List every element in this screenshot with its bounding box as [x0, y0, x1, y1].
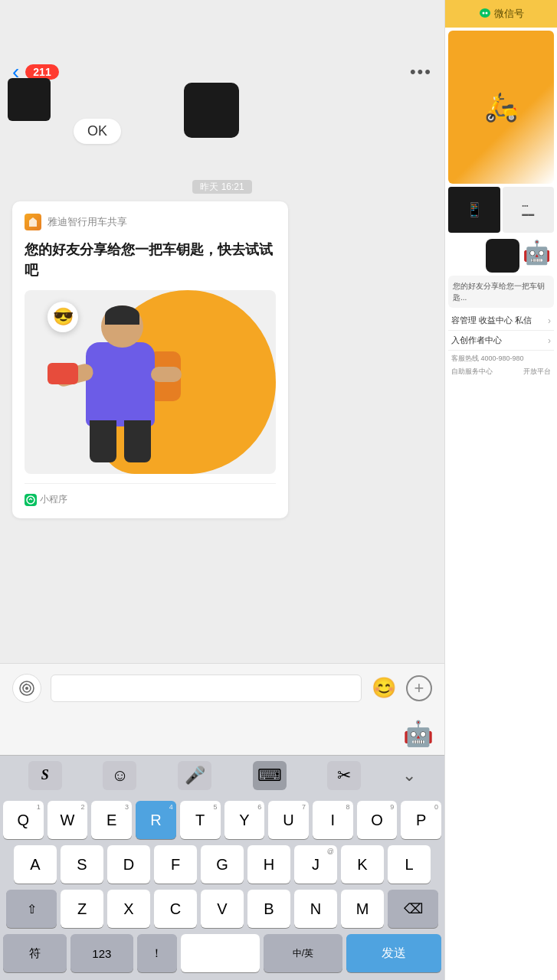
right-mini-thumb-2: ••• ▬▬	[503, 187, 555, 233]
miniprogram-name: 雅迪智行用车共享	[48, 215, 127, 229]
key-B[interactable]: B	[247, 890, 290, 928]
key-H[interactable]: H	[247, 845, 290, 884]
key-N[interactable]: N	[294, 890, 337, 928]
right-mini-text-2: ▬▬	[522, 211, 534, 217]
key-symbol[interactable]: 符	[3, 934, 67, 972]
key-X[interactable]: X	[107, 890, 150, 928]
keyboard-toolbar-button[interactable]: ⌨	[253, 761, 287, 790]
mic-toolbar-button[interactable]: 🎤	[178, 761, 211, 790]
more-options-button[interactable]: •••	[410, 62, 432, 82]
key-O[interactable]: 9O	[357, 801, 398, 839]
key-numbers[interactable]: 123	[70, 934, 134, 972]
key-language[interactable]: 中/英	[264, 934, 342, 972]
key-R[interactable]: 4R	[136, 801, 176, 839]
miniprogram-footer: 小程序	[25, 483, 276, 506]
key-C[interactable]: C	[154, 890, 197, 928]
key-punct[interactable]: ！	[137, 934, 177, 972]
right-mini-dark: 📱	[448, 187, 500, 233]
message-timestamp: 昨天 16:21	[12, 179, 432, 194]
right-panel: 微信号 🛵 📱 ••• ▬▬ 🤖 您的好友	[444, 0, 557, 980]
swipe-keyboard-button[interactable]: S	[28, 761, 62, 790]
key-space[interactable]	[181, 934, 260, 972]
miniprogram-title: 您的好友分享给您一把车钥匙，快去试试吧	[25, 240, 276, 281]
emoji-toolbar-button[interactable]: ☺	[103, 761, 136, 790]
char-arm-right	[151, 367, 182, 382]
char-leg-left	[90, 420, 116, 462]
key-M[interactable]: M	[341, 890, 384, 928]
svg-point-4	[480, 8, 490, 18]
key-Q[interactable]: 1Q	[3, 801, 44, 839]
key-send[interactable]: 发送	[346, 934, 441, 972]
emoji-bubble: 😎	[48, 302, 78, 332]
key-P[interactable]: 0P	[401, 801, 441, 839]
right-link-label-1: 容管理 收益中心 私信	[451, 315, 532, 326]
right-thumb-emoji: 🛵	[484, 91, 519, 123]
right-footer-links: 自助服务中心 开放平台	[451, 367, 551, 377]
char-leg-right	[124, 420, 151, 462]
key-Y[interactable]: 6Y	[224, 801, 265, 839]
wechat-header-icon	[479, 7, 491, 21]
voice-button[interactable]	[12, 674, 41, 703]
key-A[interactable]: A	[14, 845, 57, 884]
right-mini-thumb-1: 📱	[448, 187, 500, 233]
keyboard-row-1: 1Q 2W 3E 4R 5T 6Y 7U 8I 9O 0P	[3, 801, 441, 839]
right-sticker: 🤖	[523, 239, 551, 273]
ok-message-wrapper: OK	[74, 119, 121, 144]
key-shift[interactable]: ⇧	[6, 890, 57, 928]
key-U[interactable]: 7U	[268, 801, 309, 839]
right-self-service[interactable]: 自助服务中心	[451, 367, 493, 377]
sticker-row: 🤖	[0, 712, 444, 755]
key-T[interactable]: 5T	[180, 801, 221, 839]
right-links[interactable]: 容管理 收益中心 私信 › 入创作者中心 ›	[448, 311, 554, 351]
key-J[interactable]: @J	[294, 845, 337, 884]
key-Z[interactable]: Z	[61, 890, 103, 928]
right-link-label-2: 入创作者中心	[451, 335, 502, 346]
char-hair	[105, 305, 139, 325]
key-V[interactable]: V	[201, 890, 244, 928]
hide-keyboard-button[interactable]: ⌄	[402, 766, 416, 786]
right-mini-text-1: •••	[522, 202, 534, 209]
add-button[interactable]: +	[406, 675, 432, 701]
right-panel-header: 微信号	[445, 0, 557, 28]
miniprogram-logo	[25, 214, 41, 230]
right-link-2[interactable]: 入创作者中心 ›	[448, 331, 554, 351]
character-figure: 😎	[40, 298, 193, 474]
key-G[interactable]: G	[201, 845, 244, 884]
svg-point-3	[25, 687, 28, 690]
key-I[interactable]: 8I	[313, 801, 353, 839]
right-thumb-top: 🛵	[448, 31, 554, 184]
right-thumb-image: 🛵	[448, 31, 554, 184]
right-card: 您的好友分享给您一把车钥匙...	[448, 276, 554, 308]
avatar-left	[8, 78, 51, 121]
svg-point-0	[27, 496, 34, 504]
right-link-1[interactable]: 容管理 收益中心 私信 ›	[448, 311, 554, 331]
mini-label: 小程序	[40, 493, 67, 506]
sticker-item[interactable]: 🤖	[400, 715, 437, 752]
key-D[interactable]: D	[107, 845, 150, 884]
key-E[interactable]: 3E	[91, 801, 132, 839]
message-input[interactable]	[51, 675, 362, 702]
keyboard-row-2: A S D F G H @J K L	[3, 845, 441, 884]
right-mini-text: ••• ▬▬	[520, 201, 536, 219]
key-backspace[interactable]: ⌫	[388, 890, 438, 928]
key-S[interactable]: S	[61, 845, 103, 884]
right-open-platform[interactable]: 开放平台	[523, 367, 551, 377]
ok-message-bubble: OK	[74, 119, 121, 144]
miniprogram-header: 雅迪智行用车共享	[25, 214, 276, 230]
miniprogram-card[interactable]: 雅迪智行用车共享 您的好友分享给您一把车钥匙，快去试试吧	[12, 201, 288, 518]
key-W[interactable]: 2W	[48, 801, 88, 839]
key-K[interactable]: K	[341, 845, 384, 884]
ok-message-text: OK	[87, 123, 107, 139]
miniprogram-tag: 小程序	[25, 493, 67, 506]
key-L[interactable]: L	[388, 845, 431, 884]
wechat-header-label: 微信号	[494, 7, 524, 21]
scissors-toolbar-button[interactable]: ✂	[327, 761, 361, 790]
key-F[interactable]: F	[154, 845, 197, 884]
svg-point-5	[482, 11, 484, 14]
right-avatar	[486, 239, 519, 273]
miniprogram-image: 😎	[25, 290, 276, 474]
right-phone-label: 客服热线 4000-980-980	[451, 354, 551, 364]
avatar-center	[184, 83, 239, 138]
emoji-button[interactable]: 😊	[371, 675, 397, 701]
left-panel: 12:24 📶 ⚡ ‹ 211 ••• OK	[0, 0, 444, 980]
